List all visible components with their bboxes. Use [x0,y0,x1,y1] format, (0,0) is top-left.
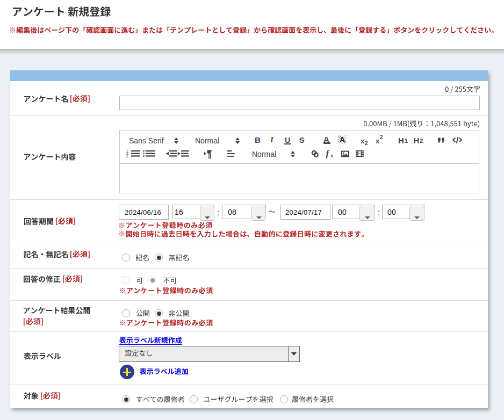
svg-text:x: x [330,153,333,158]
svg-text:3: 3 [126,154,128,158]
svg-text:f: f [326,148,330,158]
